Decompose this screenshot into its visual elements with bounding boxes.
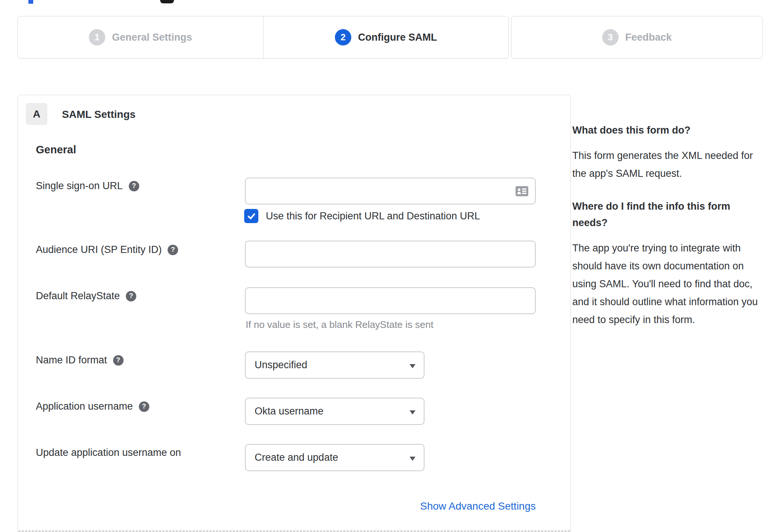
step-label: Configure SAML: [358, 32, 437, 43]
app-username-value: Okta username: [246, 406, 324, 417]
help-icon[interactable]: ?: [129, 181, 139, 191]
section-a-badge: A: [26, 103, 47, 125]
relay-state-input[interactable]: [245, 287, 536, 314]
help-icon[interactable]: ?: [113, 355, 124, 366]
recipient-url-checkbox[interactable]: [244, 209, 258, 223]
caret-down-icon: [410, 364, 416, 368]
sidebar-heading-what: What does this form do?: [572, 122, 764, 138]
update-username-value: Create and update: [246, 452, 338, 463]
contact-card-icon: [516, 186, 528, 196]
name-id-format-label: Name ID format: [36, 354, 107, 366]
step-label: Feedback: [625, 32, 672, 43]
app-username-select[interactable]: Okta username: [245, 398, 424, 425]
general-heading: General: [36, 144, 76, 156]
name-id-format-value: Unspecified: [246, 359, 307, 371]
sso-url-input-wrap: [245, 178, 536, 204]
step-configure-saml[interactable]: 2 Configure SAML: [263, 16, 509, 58]
wizard-stepper-feedback: 3 Feedback: [511, 16, 763, 59]
help-icon[interactable]: ?: [126, 291, 136, 301]
recipient-url-checkbox-label: Use this for Recipient URL and Destinati…: [266, 210, 480, 222]
section-title: SAML Settings: [62, 109, 136, 121]
app-username-label-row: Application username ?: [36, 401, 149, 412]
relay-state-label-row: Default RelayState ?: [36, 290, 136, 302]
audience-uri-label: Audience URI (SP Entity ID): [36, 244, 162, 256]
show-advanced-settings-link[interactable]: Show Advanced Settings: [18, 500, 536, 512]
caret-down-icon: [410, 457, 416, 461]
step-number-badge: 1: [89, 29, 105, 46]
title-fragment-icon: [160, 0, 174, 3]
page: 1 General Settings 2 Configure SAML 3 Fe…: [0, 0, 781, 532]
help-icon[interactable]: ?: [139, 401, 149, 412]
wizard-stepper: 1 General Settings 2 Configure SAML: [18, 16, 509, 59]
recipient-url-check-row: Use this for Recipient URL and Destinati…: [244, 209, 480, 223]
sso-url-input[interactable]: [245, 178, 536, 204]
help-icon[interactable]: ?: [168, 245, 178, 255]
step-general-settings[interactable]: 1 General Settings: [18, 16, 263, 58]
saml-settings-panel: A SAML Settings General Single sign-on U…: [18, 95, 571, 532]
update-username-label: Update application username on: [36, 447, 181, 459]
sidebar-para-where: The app you're trying to integrate with …: [572, 239, 764, 329]
update-username-select[interactable]: Create and update: [245, 444, 424, 471]
relay-state-label: Default RelayState: [36, 290, 120, 302]
relay-state-helper-text: If no value is set, a blank RelayState i…: [246, 319, 433, 331]
audience-uri-label-row: Audience URI (SP Entity ID) ?: [36, 244, 178, 256]
step-number-badge: 2: [335, 29, 351, 46]
sso-url-label-row: Single sign-on URL ?: [36, 180, 139, 192]
update-username-label-row: Update application username on: [36, 447, 181, 459]
sidebar-para-what: This form generates the XML needed for t…: [572, 147, 764, 182]
step-feedback[interactable]: 3 Feedback: [511, 16, 762, 58]
caret-down-icon: [410, 410, 416, 414]
title-fragment-blue: [28, 0, 33, 4]
section-dashed-divider: [18, 531, 570, 532]
step-label: General Settings: [112, 32, 192, 43]
name-id-format-select[interactable]: Unspecified: [245, 351, 424, 379]
name-id-format-label-row: Name ID format ?: [36, 354, 124, 366]
step-number-badge: 3: [602, 29, 619, 46]
check-icon: [246, 211, 256, 221]
sidebar-heading-where: Where do I find the info this form needs…: [572, 198, 764, 231]
audience-uri-input[interactable]: [245, 241, 536, 267]
help-sidebar: What does this form do? This form genera…: [572, 122, 764, 344]
app-username-label: Application username: [36, 401, 133, 412]
sso-url-label: Single sign-on URL: [36, 180, 123, 192]
